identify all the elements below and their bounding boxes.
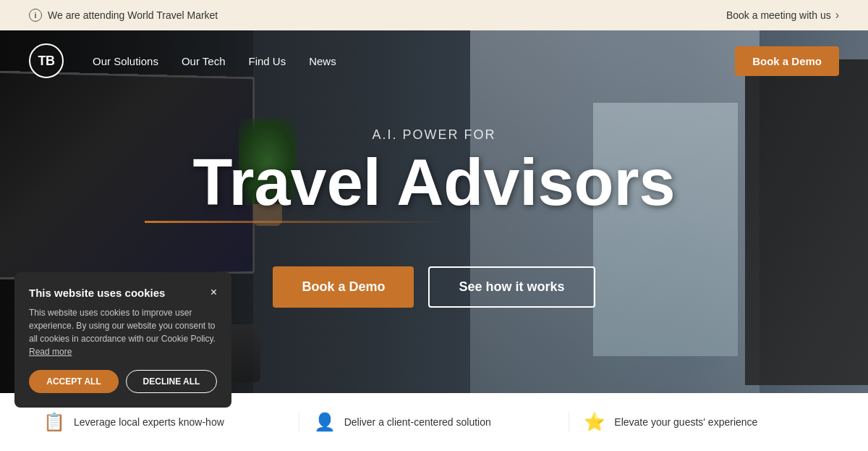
logo[interactable]: TB <box>29 43 64 78</box>
announcement-text-group: i We are attending World Travel Market <box>29 9 218 22</box>
info-icon: i <box>29 9 42 22</box>
main-nav: TB Our Solutions Our Tech Find Us News B… <box>0 30 868 91</box>
feature-item-2: 👤 Deliver a client-centered solution <box>299 412 569 432</box>
feature-text-2: Deliver a client-centered solution <box>344 416 491 429</box>
hero-underline <box>145 221 448 223</box>
announcement-cta[interactable]: Book a meeting with us › <box>726 9 839 22</box>
announcement-text: We are attending World Travel Market <box>48 9 218 21</box>
nav-link-our-tech[interactable]: Our Tech <box>182 55 226 67</box>
cookie-close-button[interactable]: × <box>210 287 217 298</box>
feature-item-3: ⭐ Elevate your guests' experience <box>569 412 839 432</box>
nav-links: Our Solutions Our Tech Find Us News <box>93 55 735 67</box>
nav-book-demo-button[interactable]: Book a Demo <box>735 46 839 76</box>
announcement-cta-label: Book a meeting with us <box>726 9 831 21</box>
hero-buttons: Book a Demo See how it works <box>273 266 595 308</box>
cookie-banner: This website uses cookies × This website… <box>14 272 231 408</box>
hero-subtitle: A.I. POWER FOR <box>372 127 495 143</box>
cookie-body-text: This website uses cookies to improve use… <box>29 306 217 358</box>
nav-link-find-us[interactable]: Find Us <box>248 55 286 67</box>
cookie-buttons: ACCEPT ALL DECLINE ALL <box>29 370 217 393</box>
clipboard-icon: 📋 <box>43 412 65 432</box>
feature-text-3: Elevate your guests' experience <box>614 416 757 429</box>
feature-item-1: 📋 Leverage local experts know-how <box>29 412 299 432</box>
cookie-read-more-link[interactable]: Read more <box>29 347 72 357</box>
chevron-right-icon: › <box>835 9 839 22</box>
hero-section: TB Our Solutions Our Tech Find Us News B… <box>0 30 868 451</box>
cookie-decline-button[interactable]: DECLINE ALL <box>126 370 217 393</box>
star-icon: ⭐ <box>584 412 605 432</box>
nav-link-news[interactable]: News <box>309 55 336 67</box>
hero-see-how-button[interactable]: See how it works <box>428 266 595 308</box>
nav-link-our-solutions[interactable]: Our Solutions <box>93 55 158 67</box>
cookie-header: This website uses cookies × <box>29 287 217 299</box>
feature-text-1: Leverage local experts know-how <box>74 416 224 429</box>
hero-title: Travel Advisors <box>192 150 675 215</box>
cookie-title: This website uses cookies <box>29 287 165 299</box>
hero-book-demo-button[interactable]: Book a Demo <box>273 266 414 308</box>
logo-text: TB <box>38 54 55 69</box>
announcement-bar: i We are attending World Travel Market B… <box>0 0 868 30</box>
person-icon: 👤 <box>314 412 336 432</box>
cookie-accept-button[interactable]: ACCEPT ALL <box>29 370 119 393</box>
